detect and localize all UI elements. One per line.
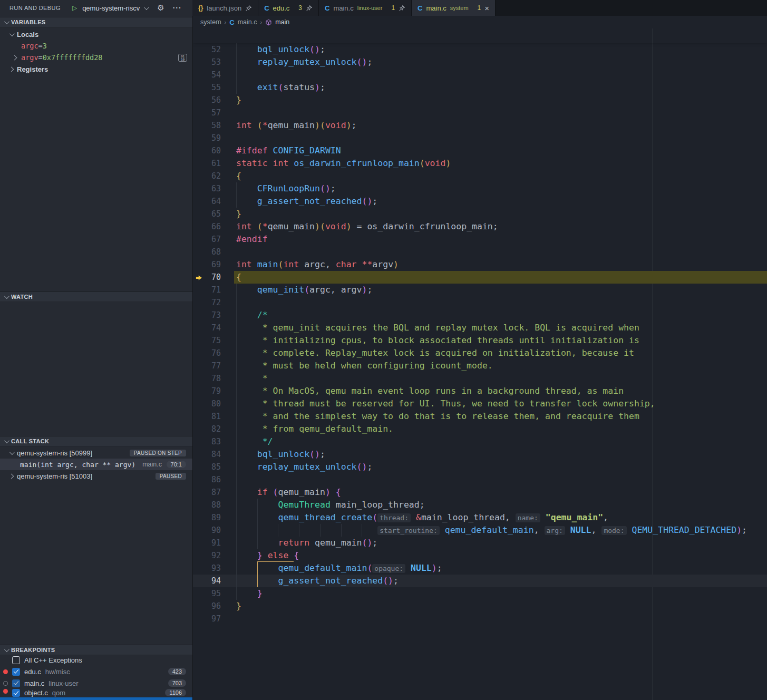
debug-config-select[interactable]: qemu-system-riscv bbox=[82, 4, 140, 12]
tab-edu-c[interactable]: Cedu.c3 bbox=[258, 0, 319, 16]
pin-icon[interactable] bbox=[245, 5, 252, 12]
code-line[interactable]: 80 * thread must be reserved for UI. Thu… bbox=[193, 397, 767, 410]
breakpoint-row-All-C---Exceptions[interactable]: All C++ Exceptions bbox=[0, 654, 192, 666]
code-line[interactable]: 68 bbox=[193, 246, 767, 258]
breadcrumb-item[interactable]: main.c bbox=[238, 18, 257, 26]
pin-icon[interactable] bbox=[399, 5, 405, 12]
code-line[interactable]: 78 * bbox=[193, 372, 767, 385]
code-line[interactable]: 86 bbox=[193, 473, 767, 486]
code-line[interactable]: 93 qemu_default_main(opaque: NULL); bbox=[193, 562, 767, 575]
close-icon[interactable]: × bbox=[484, 4, 489, 12]
breakpoint-row-main-c[interactable]: main.clinux-user703 bbox=[0, 677, 192, 689]
code-line[interactable]: 92 } else { bbox=[193, 549, 767, 562]
code-line[interactable]: 57 bbox=[193, 106, 767, 119]
gear-icon[interactable]: ⚙ bbox=[157, 3, 164, 13]
code-token bbox=[411, 512, 416, 522]
code-token: void bbox=[325, 120, 346, 130]
watch-section-header[interactable]: WATCH bbox=[0, 291, 192, 302]
line-number: 89 bbox=[193, 511, 221, 524]
code-line[interactable]: 87 if (qemu_main) { bbox=[193, 486, 767, 499]
breadcrumb-item[interactable]: main bbox=[275, 18, 289, 26]
breakpoint-row-object-c[interactable]: object.cqom1106 bbox=[0, 689, 192, 698]
code-area[interactable]: 52 bql_unlock();53 replay_mutex_unlock()… bbox=[193, 43, 767, 700]
code-line[interactable]: 76 * complete. Replay_mutex lock is acqu… bbox=[193, 347, 767, 359]
code-token bbox=[236, 310, 257, 320]
code-line[interactable]: 53 replay_mutex_unlock(); bbox=[193, 56, 767, 69]
code-line[interactable]: 65} bbox=[193, 208, 767, 220]
breakpoint-checkbox[interactable] bbox=[12, 679, 20, 687]
stack-frame-row[interactable]: main(int argc, char ** argv)main.c70:1 bbox=[0, 459, 192, 470]
code-line[interactable]: 67#endif bbox=[193, 233, 767, 246]
breakpoint-checkbox[interactable] bbox=[12, 668, 20, 676]
code-token: * from qemu_default_main. bbox=[236, 424, 393, 434]
registers-group[interactable]: Registers bbox=[0, 63, 192, 75]
pin-icon[interactable] bbox=[306, 5, 313, 12]
code-line[interactable]: 83 */ bbox=[193, 435, 767, 448]
tab-main-c-system[interactable]: Cmain.csystem1× bbox=[412, 0, 496, 16]
code-line[interactable]: 61static int os_darwin_cfrunloop_main(vo… bbox=[193, 157, 767, 170]
code-line[interactable]: 91 return qemu_main(); bbox=[193, 537, 767, 549]
chevron-down-icon[interactable] bbox=[9, 450, 15, 455]
code-line[interactable]: 54 bbox=[193, 69, 767, 81]
code-line[interactable]: 64 g_assert_not_reached(); bbox=[193, 195, 767, 208]
tab-launch-json[interactable]: {}launch.json bbox=[192, 0, 258, 16]
breakpoint-checkbox[interactable] bbox=[12, 656, 20, 664]
call-stack-section-header[interactable]: CALL STACK bbox=[0, 436, 192, 446]
variable-row-argc[interactable]: argc = 3 bbox=[0, 40, 192, 52]
code-token: qemu_default_main bbox=[278, 563, 367, 573]
breakpoints-section-header[interactable]: BREAKPOINTS bbox=[0, 645, 192, 655]
view-binary-icon[interactable]: 0110 bbox=[178, 54, 187, 62]
call-stack-thread[interactable]: qemu-system-ris [51003]PAUSED bbox=[0, 470, 192, 482]
code-line[interactable]: 75 * initializing cpus, to block associa… bbox=[193, 334, 767, 347]
chevron-down-icon[interactable] bbox=[144, 5, 149, 10]
code-line[interactable]: 60#ifdef CONFIG_DARWIN bbox=[193, 144, 767, 157]
more-actions-icon[interactable]: ··· bbox=[173, 4, 182, 12]
code-line[interactable]: 56} bbox=[193, 94, 767, 106]
code-token: qemu_main bbox=[278, 487, 325, 497]
code-line[interactable]: 74 * qemu_init acquires the BQL and repl… bbox=[193, 322, 767, 334]
code-line[interactable]: 71 qemu_init(argc, argv); bbox=[193, 284, 767, 296]
chevron-right-icon[interactable] bbox=[12, 55, 17, 60]
start-debug-icon[interactable]: ▷ bbox=[72, 5, 77, 11]
locals-group[interactable]: Locals bbox=[0, 28, 192, 40]
variables-section-header[interactable]: VARIABLES bbox=[0, 17, 192, 27]
code-line[interactable]: 55 exit(status); bbox=[193, 81, 767, 94]
breakpoint-checkbox[interactable] bbox=[12, 689, 20, 697]
code-token: * complete. Replay_mutex lock is acquire… bbox=[236, 348, 634, 358]
code-line[interactable]: 88 QemuThread main_loop_thread; bbox=[193, 499, 767, 511]
code-line[interactable]: 62{ bbox=[193, 170, 767, 182]
call-stack-thread[interactable]: qemu-system-ris [50999]PAUSED ON STEP bbox=[0, 447, 192, 459]
code-token: ) bbox=[388, 576, 393, 586]
code-line[interactable]: 73 /* bbox=[193, 309, 767, 322]
code-line[interactable]: 58int (*qemu_main)(void); bbox=[193, 119, 767, 132]
current-step-line[interactable]: 70{ bbox=[193, 271, 767, 284]
code-line[interactable]: 81 * and the simplest way to do that is … bbox=[193, 410, 767, 423]
chevron-right-icon[interactable] bbox=[9, 473, 14, 479]
tab-filename: launch.json bbox=[207, 4, 241, 12]
code-line[interactable]: 85 replay_mutex_unlock(); bbox=[193, 461, 767, 473]
code-line[interactable]: 97 bbox=[193, 612, 767, 625]
code-line[interactable]: 77 * must be held when configuring icoun… bbox=[193, 359, 767, 372]
code-line[interactable]: 69int main(int argc, char **argv) bbox=[193, 258, 767, 271]
breadcrumb-item[interactable]: system bbox=[200, 18, 221, 26]
breakpoint-row-edu-c[interactable]: edu.chw/misc423 bbox=[0, 666, 192, 677]
breakpoint-row-selected-partial[interactable] bbox=[0, 697, 192, 700]
code-line[interactable]: 84 bql_unlock(); bbox=[193, 448, 767, 461]
cursor-line[interactable]: 94 g_assert_not_reached(); bbox=[193, 575, 767, 587]
code-line[interactable]: 72 bbox=[193, 296, 767, 309]
code-line[interactable]: 96} bbox=[193, 600, 767, 612]
breadcrumb-separator-icon: › bbox=[225, 19, 227, 25]
code-line[interactable]: 95 } bbox=[193, 587, 767, 600]
code-line[interactable]: 66int (*qemu_main)(void) = os_darwin_cfr… bbox=[193, 220, 767, 233]
code-line[interactable]: 59 bbox=[193, 132, 767, 144]
code-line[interactable]: 63 CFRunLoopRun(); bbox=[193, 182, 767, 195]
code-line[interactable]: 52 bql_unlock(); bbox=[193, 43, 767, 56]
code-line[interactable]: 82 * from qemu_default_main. bbox=[193, 423, 767, 435]
code-line[interactable]: 89 qemu_thread_create(thread: &main_loop… bbox=[193, 511, 767, 524]
tab-main-c-linux-user[interactable]: Cmain.clinux-user1 bbox=[319, 0, 412, 16]
code-line[interactable]: 90 start_routine: qemu_default_main, arg… bbox=[193, 524, 767, 537]
code-token bbox=[357, 259, 362, 269]
inlay-hint: mode: bbox=[601, 526, 626, 535]
code-line[interactable]: 79 * On MacOS, qemu main event loop runs… bbox=[193, 385, 767, 397]
variable-row-argv[interactable]: argv = 0x7fffffffdd280110 bbox=[0, 52, 192, 63]
